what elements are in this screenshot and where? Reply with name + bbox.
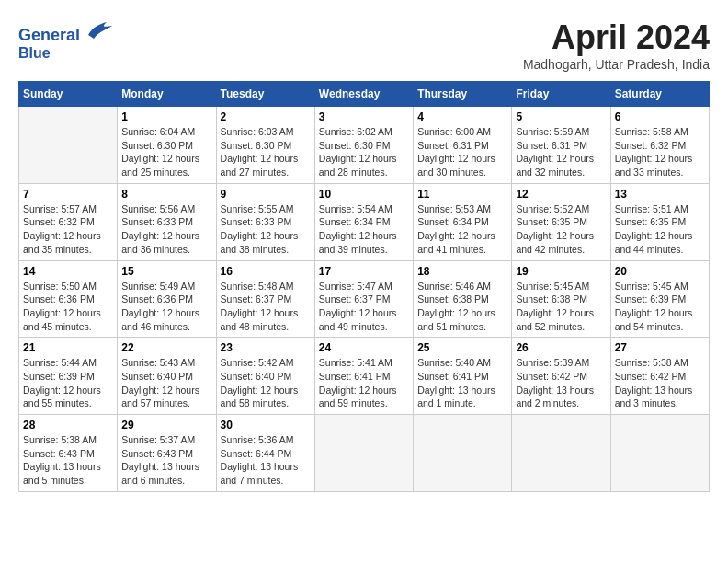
- calendar-cell: 5Sunrise: 5:59 AM Sunset: 6:31 PM Daylig…: [512, 107, 610, 184]
- day-number: 28: [23, 419, 113, 431]
- day-info: Sunrise: 5:52 AM Sunset: 6:35 PM Dayligh…: [516, 202, 606, 257]
- day-number: 1: [121, 110, 211, 123]
- calendar-cell: 22Sunrise: 5:43 AM Sunset: 6:40 PM Dayli…: [118, 338, 216, 415]
- day-info: Sunrise: 5:41 AM Sunset: 6:41 PM Dayligh…: [319, 356, 409, 410]
- calendar-cell: 3Sunrise: 6:02 AM Sunset: 6:30 PM Daylig…: [314, 107, 413, 184]
- day-info: Sunrise: 5:44 AM Sunset: 6:39 PM Dayligh…: [23, 356, 113, 410]
- calendar-cell: 16Sunrise: 5:48 AM Sunset: 6:37 PM Dayli…: [216, 260, 314, 338]
- day-number: 19: [516, 265, 606, 278]
- day-number: 14: [23, 265, 113, 278]
- calendar-cell: 25Sunrise: 5:40 AM Sunset: 6:41 PM Dayli…: [414, 338, 512, 415]
- calendar-cell: 17Sunrise: 5:47 AM Sunset: 6:37 PM Dayli…: [314, 260, 413, 338]
- day-number: 8: [121, 188, 211, 201]
- title-block: April 2024 Madhogarh, Uttar Pradesh, Ind…: [523, 18, 710, 72]
- calendar-body: 1Sunrise: 6:04 AM Sunset: 6:30 PM Daylig…: [19, 107, 710, 492]
- calendar-table: SundayMondayTuesdayWednesdayThursdayFrid…: [18, 81, 710, 492]
- day-number: 10: [319, 188, 409, 201]
- day-info: Sunrise: 5:40 AM Sunset: 6:41 PM Dayligh…: [417, 356, 507, 410]
- logo-blue: Blue: [18, 45, 112, 62]
- weekday-header: Sunday: [19, 82, 118, 107]
- day-info: Sunrise: 6:02 AM Sunset: 6:30 PM Dayligh…: [319, 125, 409, 179]
- day-info: Sunrise: 5:53 AM Sunset: 6:34 PM Dayligh…: [417, 202, 507, 257]
- calendar-week-row: 1Sunrise: 6:04 AM Sunset: 6:30 PM Daylig…: [19, 107, 710, 184]
- calendar-cell: 1Sunrise: 6:04 AM Sunset: 6:30 PM Daylig…: [118, 107, 216, 184]
- calendar-week-row: 21Sunrise: 5:44 AM Sunset: 6:39 PM Dayli…: [19, 338, 710, 415]
- day-number: 7: [23, 188, 113, 201]
- logo: General Blue: [18, 18, 112, 61]
- calendar-cell: 9Sunrise: 5:55 AM Sunset: 6:33 PM Daylig…: [216, 183, 314, 260]
- day-info: Sunrise: 5:56 AM Sunset: 6:33 PM Dayligh…: [121, 202, 211, 257]
- day-number: 17: [319, 265, 409, 278]
- weekday-header: Wednesday: [314, 82, 413, 107]
- calendar-cell: 21Sunrise: 5:44 AM Sunset: 6:39 PM Dayli…: [19, 338, 118, 415]
- calendar-cell: 7Sunrise: 5:57 AM Sunset: 6:32 PM Daylig…: [19, 183, 118, 260]
- day-number: 13: [615, 188, 705, 201]
- day-info: Sunrise: 5:42 AM Sunset: 6:40 PM Dayligh…: [221, 356, 311, 410]
- day-number: 3: [319, 110, 409, 123]
- calendar-cell: [314, 415, 413, 492]
- calendar-cell: 26Sunrise: 5:39 AM Sunset: 6:42 PM Dayli…: [512, 338, 610, 415]
- calendar-cell: [414, 415, 512, 492]
- day-info: Sunrise: 5:59 AM Sunset: 6:31 PM Dayligh…: [516, 125, 606, 179]
- day-number: 21: [23, 341, 113, 354]
- day-info: Sunrise: 6:04 AM Sunset: 6:30 PM Dayligh…: [121, 125, 211, 179]
- day-number: 9: [221, 188, 311, 201]
- weekday-header: Thursday: [414, 82, 512, 107]
- day-number: 11: [417, 188, 507, 201]
- month-title: April 2024: [523, 18, 710, 57]
- calendar-cell: [512, 415, 610, 492]
- calendar-cell: 29Sunrise: 5:37 AM Sunset: 6:43 PM Dayli…: [118, 415, 216, 492]
- calendar-cell: 6Sunrise: 5:58 AM Sunset: 6:32 PM Daylig…: [610, 107, 709, 184]
- day-number: 12: [516, 188, 606, 201]
- day-info: Sunrise: 5:46 AM Sunset: 6:38 PM Dayligh…: [417, 280, 507, 334]
- calendar-cell: [19, 107, 118, 184]
- day-info: Sunrise: 5:58 AM Sunset: 6:32 PM Dayligh…: [615, 125, 705, 179]
- calendar-cell: [610, 415, 709, 492]
- calendar-week-row: 28Sunrise: 5:38 AM Sunset: 6:43 PM Dayli…: [19, 415, 710, 492]
- day-info: Sunrise: 5:45 AM Sunset: 6:38 PM Dayligh…: [516, 280, 606, 334]
- calendar-cell: 11Sunrise: 5:53 AM Sunset: 6:34 PM Dayli…: [414, 183, 512, 260]
- day-number: 5: [516, 110, 606, 123]
- day-number: 6: [615, 110, 705, 123]
- calendar-week-row: 7Sunrise: 5:57 AM Sunset: 6:32 PM Daylig…: [19, 183, 710, 260]
- logo-bird-icon: [86, 18, 112, 40]
- calendar-cell: 20Sunrise: 5:45 AM Sunset: 6:39 PM Dayli…: [610, 260, 709, 338]
- day-info: Sunrise: 5:55 AM Sunset: 6:33 PM Dayligh…: [221, 202, 311, 257]
- calendar-cell: 19Sunrise: 5:45 AM Sunset: 6:38 PM Dayli…: [512, 260, 610, 338]
- calendar-cell: 15Sunrise: 5:49 AM Sunset: 6:36 PM Dayli…: [118, 260, 216, 338]
- calendar-cell: 23Sunrise: 5:42 AM Sunset: 6:40 PM Dayli…: [216, 338, 314, 415]
- day-info: Sunrise: 5:37 AM Sunset: 6:43 PM Dayligh…: [121, 433, 211, 488]
- day-info: Sunrise: 5:49 AM Sunset: 6:36 PM Dayligh…: [121, 280, 211, 334]
- day-info: Sunrise: 5:54 AM Sunset: 6:34 PM Dayligh…: [319, 202, 409, 257]
- calendar-week-row: 14Sunrise: 5:50 AM Sunset: 6:36 PM Dayli…: [19, 260, 710, 338]
- day-info: Sunrise: 6:00 AM Sunset: 6:31 PM Dayligh…: [417, 125, 507, 179]
- calendar-header-row: SundayMondayTuesdayWednesdayThursdayFrid…: [19, 82, 710, 107]
- day-number: 20: [615, 265, 705, 278]
- day-number: 16: [221, 265, 311, 278]
- calendar-cell: 14Sunrise: 5:50 AM Sunset: 6:36 PM Dayli…: [19, 260, 118, 338]
- calendar-cell: 12Sunrise: 5:52 AM Sunset: 6:35 PM Dayli…: [512, 183, 610, 260]
- day-info: Sunrise: 5:38 AM Sunset: 6:43 PM Dayligh…: [23, 433, 113, 488]
- calendar-cell: 8Sunrise: 5:56 AM Sunset: 6:33 PM Daylig…: [118, 183, 216, 260]
- day-number: 27: [615, 341, 705, 354]
- day-number: 18: [417, 265, 507, 278]
- calendar-cell: 4Sunrise: 6:00 AM Sunset: 6:31 PM Daylig…: [414, 107, 512, 184]
- weekday-header: Monday: [118, 82, 216, 107]
- weekday-header: Friday: [512, 82, 610, 107]
- day-number: 4: [417, 110, 507, 123]
- day-number: 26: [516, 341, 606, 354]
- day-info: Sunrise: 5:51 AM Sunset: 6:35 PM Dayligh…: [615, 202, 705, 257]
- day-info: Sunrise: 5:38 AM Sunset: 6:42 PM Dayligh…: [615, 356, 705, 410]
- calendar-cell: 18Sunrise: 5:46 AM Sunset: 6:38 PM Dayli…: [414, 260, 512, 338]
- day-info: Sunrise: 6:03 AM Sunset: 6:30 PM Dayligh…: [221, 125, 311, 179]
- day-info: Sunrise: 5:39 AM Sunset: 6:42 PM Dayligh…: [516, 356, 606, 410]
- day-number: 29: [121, 419, 211, 431]
- weekday-header: Tuesday: [216, 82, 314, 107]
- day-number: 22: [121, 341, 211, 354]
- calendar-cell: 28Sunrise: 5:38 AM Sunset: 6:43 PM Dayli…: [19, 415, 118, 492]
- weekday-header: Saturday: [610, 82, 709, 107]
- day-info: Sunrise: 5:43 AM Sunset: 6:40 PM Dayligh…: [121, 356, 211, 410]
- day-number: 24: [319, 341, 409, 354]
- day-info: Sunrise: 5:57 AM Sunset: 6:32 PM Dayligh…: [23, 202, 113, 257]
- day-number: 15: [121, 265, 211, 278]
